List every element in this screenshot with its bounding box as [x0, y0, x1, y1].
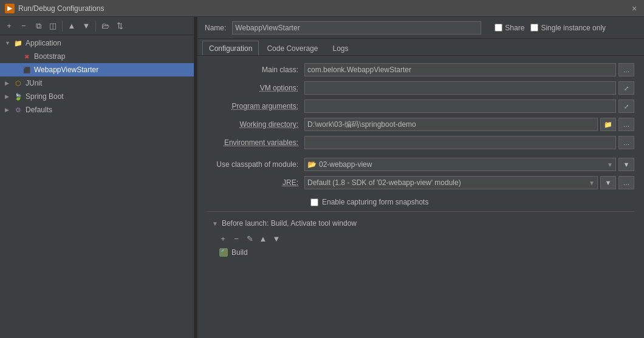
before-launch-remove-button[interactable]: − [230, 232, 242, 245]
before-launch-title: Before launch: Build, Activate tool wind… [222, 219, 357, 228]
share-label: Share [505, 24, 524, 32]
use-classpath-row: Use classpath of module: 📂 02-webapp-vie… [207, 157, 634, 172]
single-instance-label: Single instance only [541, 24, 606, 32]
sort-button[interactable]: ⇅ [113, 19, 126, 33]
program-arguments-input[interactable] [304, 100, 616, 113]
module-dropdown[interactable]: 📂 02-webapp-view ▼ [304, 158, 616, 171]
vm-options-label: VM options: [207, 84, 304, 92]
program-arguments-label: Program arguments: [207, 102, 304, 110]
toolbar-sep2 [95, 21, 96, 32]
enable-snapshots-checkbox[interactable] [310, 198, 318, 206]
class-icon-webappviewstarter: ⬛ [22, 65, 32, 75]
before-launch-toolbar: + − ✎ ▲ ▼ [217, 232, 634, 245]
tab-code-coverage[interactable]: Code Coverage [260, 41, 324, 55]
module-dropdown-arrow: ▼ [607, 161, 613, 168]
working-directory-input-wrap: 📁 … [304, 118, 634, 131]
title-bar: ▶ Run/Debug Configurations × [0, 0, 644, 17]
tab-logs[interactable]: Logs [326, 41, 355, 55]
add-config-button[interactable]: + [2, 19, 16, 33]
jre-row: JRE: Default (1.8 - SDK of '02-webapp-vi… [207, 175, 634, 191]
toolbar-sep1 [62, 21, 63, 32]
share-checkbox[interactable] [495, 24, 502, 32]
use-classpath-input-wrap: 📂 02-webapp-view ▼ ▼ [304, 158, 634, 171]
jre-value: Default (1.8 - SDK of '02-webapp-view' m… [307, 178, 461, 187]
module-value: 02-webapp-view [319, 160, 372, 169]
main-class-browse-button[interactable]: … [618, 63, 634, 76]
before-launch-edit-button[interactable]: ✎ [244, 232, 256, 245]
before-launch-section: ▼ Before launch: Build, Activate tool wi… [207, 211, 634, 258]
jre-expand-button[interactable]: ▼ [600, 176, 616, 189]
name-input[interactable] [232, 21, 481, 35]
main-class-input[interactable] [304, 63, 616, 76]
enable-snapshots-row: Enable capturing form snapshots [310, 198, 634, 206]
tree-item-spring-boot[interactable]: ▶ 🍃 Spring Boot [0, 90, 194, 103]
single-instance-checkbox[interactable] [530, 24, 538, 32]
env-variables-row: Environment variables: … [207, 135, 634, 150]
main-class-input-wrap: … [304, 63, 634, 76]
use-classpath-label: Use classpath of module: [207, 160, 304, 169]
jre-dropdown-arrow: ▼ [589, 180, 595, 186]
tab-configuration[interactable]: Configuration [202, 41, 259, 55]
env-variables-input[interactable] [304, 136, 616, 149]
vm-options-expand-button[interactable]: ⤢ [618, 81, 634, 95]
tree-item-junit[interactable]: ▶ ⬡ JUnit [0, 76, 194, 90]
expand-arrow-junit: ▶ [5, 80, 13, 86]
window-title: Run/Debug Configurations [18, 4, 629, 13]
error-icon-bootstrap: ✖ [22, 52, 32, 61]
remove-config-button[interactable]: − [17, 19, 30, 33]
copy-config-button[interactable]: ⧉ [32, 19, 45, 33]
move-up-button[interactable]: ▲ [65, 19, 78, 33]
tree-item-defaults[interactable]: ▶ ⚙ Defaults [0, 103, 194, 117]
jre-label: JRE: [207, 178, 304, 187]
tree-label-webappviewstarter: WebappViewStarter [34, 66, 98, 74]
env-variables-browse-button[interactable]: … [618, 136, 634, 149]
main-container: + − ⧉ ◫ ▲ ▼ 🗁 ⇅ ▼ 📁 Application ✖ Bootst… [0, 17, 644, 338]
working-directory-row: Working directory: 📁 … [207, 117, 634, 132]
working-directory-folder-button[interactable]: 📁 [600, 118, 616, 131]
window-icon: ▶ [5, 4, 15, 13]
tree-item-bootstrap[interactable]: ✖ Bootstrap [0, 50, 194, 63]
before-launch-up-button[interactable]: ▲ [257, 232, 269, 245]
working-directory-browse-button[interactable]: … [618, 118, 634, 131]
move-down-button[interactable]: ▼ [80, 19, 93, 33]
before-launch-add-button[interactable]: + [217, 232, 229, 245]
expand-arrow-application: ▼ [5, 40, 13, 46]
working-directory-input[interactable] [304, 118, 598, 131]
springboot-icon: 🍃 [13, 92, 23, 101]
folder-icon-application: 📁 [13, 38, 23, 48]
defaults-icon: ⚙ [13, 105, 23, 115]
close-button[interactable]: × [629, 4, 639, 13]
program-arguments-row: Program arguments: ⤢ [207, 98, 634, 114]
save-config-button[interactable]: ◫ [46, 19, 60, 33]
jre-browse-button[interactable]: … [618, 176, 634, 189]
name-label: Name: [205, 24, 226, 32]
vm-options-row: VM options: ⤢ [207, 80, 634, 96]
build-icon: 🔨 [219, 248, 228, 257]
build-item: 🔨 Build [207, 247, 634, 258]
before-launch-header[interactable]: ▼ Before launch: Build, Activate tool wi… [207, 217, 634, 230]
before-launch-down-button[interactable]: ▼ [270, 232, 283, 245]
single-instance-option[interactable]: Single instance only [530, 24, 606, 32]
before-launch-collapse-arrow: ▼ [212, 220, 218, 227]
left-panel: + − ⧉ ◫ ▲ ▼ 🗁 ⇅ ▼ 📁 Application ✖ Bootst… [0, 17, 194, 338]
config-header: Name: Share Single instance only [197, 17, 644, 39]
tree-item-webappviewstarter[interactable]: ⬛ WebappViewStarter [0, 63, 194, 76]
env-variables-input-wrap: … [304, 136, 634, 149]
module-dropdown-expand-button[interactable]: ▼ [618, 158, 634, 171]
tree-item-application[interactable]: ▼ 📁 Application [0, 36, 194, 50]
main-class-label: Main class: [207, 66, 304, 74]
vm-options-input-wrap: ⤢ [304, 81, 634, 95]
build-item-label: Build [231, 248, 248, 257]
jre-input-wrap: Default (1.8 - SDK of '02-webapp-view' m… [304, 176, 634, 189]
module-folder-icon: 📂 [307, 160, 317, 169]
vm-options-input[interactable] [304, 81, 616, 95]
config-tree: ▼ 📁 Application ✖ Bootstrap ⬛ WebappView… [0, 35, 194, 338]
tabs-bar: Configuration Code Coverage Logs [197, 39, 644, 56]
folder-button[interactable]: 🗁 [98, 19, 112, 33]
share-option[interactable]: Share [495, 24, 524, 32]
right-panel: Name: Share Single instance only Configu… [197, 17, 644, 338]
program-arguments-expand-button[interactable]: ⤢ [618, 100, 634, 113]
tree-label-junit: JUnit [26, 79, 42, 87]
tree-label-defaults: Defaults [26, 106, 52, 114]
jre-dropdown[interactable]: Default (1.8 - SDK of '02-webapp-view' m… [304, 176, 598, 189]
